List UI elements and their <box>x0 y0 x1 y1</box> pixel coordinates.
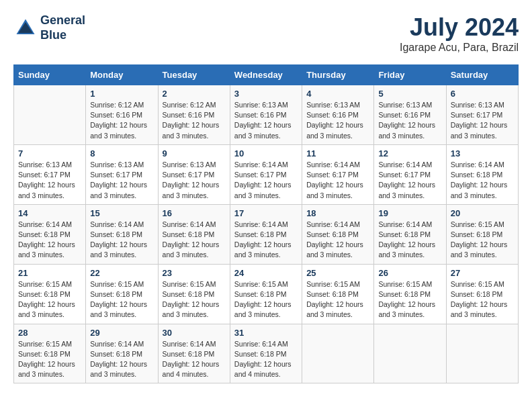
day-info: Sunrise: 6:14 AMSunset: 6:18 PMDaylight:… <box>90 339 153 380</box>
day-number: 13 <box>451 148 514 158</box>
day-number: 28 <box>18 328 81 338</box>
calendar-cell: 12Sunrise: 6:14 AMSunset: 6:17 PMDayligh… <box>374 144 446 204</box>
calendar-cell: 17Sunrise: 6:14 AMSunset: 6:18 PMDayligh… <box>230 204 302 264</box>
day-info: Sunrise: 6:14 AMSunset: 6:18 PMDaylight:… <box>18 220 81 261</box>
day-info: Sunrise: 6:13 AMSunset: 6:16 PMDaylight:… <box>234 100 298 141</box>
weekday-header-wednesday: Wednesday <box>230 65 302 85</box>
calendar-cell: 3Sunrise: 6:13 AMSunset: 6:16 PMDaylight… <box>230 85 302 145</box>
day-info: Sunrise: 6:14 AMSunset: 6:18 PMDaylight:… <box>90 220 153 261</box>
calendar-cell: 23Sunrise: 6:15 AMSunset: 6:18 PMDayligh… <box>158 264 230 324</box>
day-info: Sunrise: 6:15 AMSunset: 6:18 PMDaylight:… <box>163 279 226 320</box>
day-number: 22 <box>90 268 153 278</box>
day-number: 24 <box>234 268 298 278</box>
month-title: July 2024 <box>400 13 519 42</box>
calendar-cell: 15Sunrise: 6:14 AMSunset: 6:18 PMDayligh… <box>86 204 158 264</box>
logo-line1: General <box>40 13 85 28</box>
day-number: 21 <box>18 268 81 278</box>
logo-line2: Blue <box>40 28 85 43</box>
day-number: 18 <box>306 208 369 218</box>
day-info: Sunrise: 6:14 AMSunset: 6:18 PMDaylight:… <box>163 339 226 380</box>
day-info: Sunrise: 6:15 AMSunset: 6:18 PMDaylight:… <box>18 339 81 380</box>
weekday-header-sunday: Sunday <box>14 65 86 85</box>
title-block: July 2024 Igarape Acu, Para, Brazil <box>400 13 519 54</box>
calendar-cell: 7Sunrise: 6:13 AMSunset: 6:17 PMDaylight… <box>14 144 86 204</box>
calendar-cell: 28Sunrise: 6:15 AMSunset: 6:18 PMDayligh… <box>14 324 86 383</box>
day-info: Sunrise: 6:14 AMSunset: 6:18 PMDaylight:… <box>451 160 514 201</box>
day-info: Sunrise: 6:14 AMSunset: 6:18 PMDaylight:… <box>163 220 226 261</box>
weekday-header-monday: Monday <box>86 65 158 85</box>
day-number: 29 <box>90 328 153 338</box>
day-number: 3 <box>234 89 298 99</box>
calendar-cell: 26Sunrise: 6:15 AMSunset: 6:18 PMDayligh… <box>374 264 446 324</box>
calendar-cell: 20Sunrise: 6:15 AMSunset: 6:18 PMDayligh… <box>446 204 518 264</box>
calendar-cell <box>446 324 518 383</box>
day-number: 23 <box>163 268 226 278</box>
calendar-cell: 27Sunrise: 6:15 AMSunset: 6:18 PMDayligh… <box>446 264 518 324</box>
day-info: Sunrise: 6:14 AMSunset: 6:18 PMDaylight:… <box>234 220 298 261</box>
day-number: 14 <box>18 208 81 218</box>
day-number: 17 <box>234 208 298 218</box>
calendar-body: 1Sunrise: 6:12 AMSunset: 6:16 PMDaylight… <box>14 85 519 383</box>
day-info: Sunrise: 6:13 AMSunset: 6:17 PMDaylight:… <box>451 100 514 141</box>
day-info: Sunrise: 6:14 AMSunset: 6:18 PMDaylight:… <box>234 339 298 380</box>
day-info: Sunrise: 6:13 AMSunset: 6:17 PMDaylight:… <box>90 160 153 201</box>
calendar-header: SundayMondayTuesdayWednesdayThursdayFrid… <box>14 65 519 85</box>
calendar-cell: 9Sunrise: 6:13 AMSunset: 6:17 PMDaylight… <box>158 144 230 204</box>
calendar-cell: 25Sunrise: 6:15 AMSunset: 6:18 PMDayligh… <box>302 264 374 324</box>
day-number: 16 <box>163 208 226 218</box>
calendar-cell: 21Sunrise: 6:15 AMSunset: 6:18 PMDayligh… <box>14 264 86 324</box>
day-number: 19 <box>378 208 441 218</box>
calendar-week-row: 7Sunrise: 6:13 AMSunset: 6:17 PMDaylight… <box>14 144 519 204</box>
day-number: 25 <box>306 268 369 278</box>
day-info: Sunrise: 6:15 AMSunset: 6:18 PMDaylight:… <box>451 279 514 320</box>
day-number: 5 <box>378 89 441 99</box>
day-number: 27 <box>451 268 514 278</box>
day-number: 1 <box>90 89 153 99</box>
weekday-header-thursday: Thursday <box>302 65 374 85</box>
day-info: Sunrise: 6:12 AMSunset: 6:16 PMDaylight:… <box>163 100 226 141</box>
day-number: 11 <box>306 148 369 158</box>
calendar-cell: 2Sunrise: 6:12 AMSunset: 6:16 PMDaylight… <box>158 85 230 145</box>
calendar-cell: 8Sunrise: 6:13 AMSunset: 6:17 PMDaylight… <box>86 144 158 204</box>
calendar-week-row: 21Sunrise: 6:15 AMSunset: 6:18 PMDayligh… <box>14 264 519 324</box>
day-number: 26 <box>378 268 441 278</box>
calendar-cell: 18Sunrise: 6:14 AMSunset: 6:18 PMDayligh… <box>302 204 374 264</box>
calendar-cell: 4Sunrise: 6:13 AMSunset: 6:16 PMDaylight… <box>302 85 374 145</box>
weekday-header-saturday: Saturday <box>446 65 518 85</box>
day-info: Sunrise: 6:15 AMSunset: 6:18 PMDaylight:… <box>306 279 369 320</box>
calendar-cell: 14Sunrise: 6:14 AMSunset: 6:18 PMDayligh… <box>14 204 86 264</box>
day-number: 30 <box>163 328 226 338</box>
calendar-cell: 29Sunrise: 6:14 AMSunset: 6:18 PMDayligh… <box>86 324 158 383</box>
day-info: Sunrise: 6:13 AMSunset: 6:17 PMDaylight:… <box>18 160 81 201</box>
day-info: Sunrise: 6:15 AMSunset: 6:18 PMDaylight:… <box>451 220 514 261</box>
day-info: Sunrise: 6:14 AMSunset: 6:18 PMDaylight:… <box>378 220 441 261</box>
calendar-cell: 13Sunrise: 6:14 AMSunset: 6:18 PMDayligh… <box>446 144 518 204</box>
day-number: 9 <box>163 148 226 158</box>
day-number: 20 <box>451 208 514 218</box>
calendar-cell: 24Sunrise: 6:15 AMSunset: 6:18 PMDayligh… <box>230 264 302 324</box>
day-info: Sunrise: 6:13 AMSunset: 6:17 PMDaylight:… <box>163 160 226 201</box>
calendar-cell <box>14 85 86 145</box>
day-number: 12 <box>378 148 441 158</box>
day-info: Sunrise: 6:14 AMSunset: 6:17 PMDaylight:… <box>306 160 369 201</box>
calendar-cell: 19Sunrise: 6:14 AMSunset: 6:18 PMDayligh… <box>374 204 446 264</box>
logo-icon <box>13 16 38 40</box>
calendar-cell: 16Sunrise: 6:14 AMSunset: 6:18 PMDayligh… <box>158 204 230 264</box>
day-info: Sunrise: 6:15 AMSunset: 6:18 PMDaylight:… <box>18 279 81 320</box>
calendar-cell: 5Sunrise: 6:13 AMSunset: 6:16 PMDaylight… <box>374 85 446 145</box>
day-info: Sunrise: 6:12 AMSunset: 6:16 PMDaylight:… <box>90 100 153 141</box>
weekday-header-tuesday: Tuesday <box>158 65 230 85</box>
calendar-week-row: 28Sunrise: 6:15 AMSunset: 6:18 PMDayligh… <box>14 324 519 383</box>
weekday-header-friday: Friday <box>374 65 446 85</box>
calendar-cell: 6Sunrise: 6:13 AMSunset: 6:17 PMDaylight… <box>446 85 518 145</box>
day-number: 2 <box>163 89 226 99</box>
day-number: 4 <box>306 89 369 99</box>
day-info: Sunrise: 6:13 AMSunset: 6:16 PMDaylight:… <box>306 100 369 141</box>
calendar-week-row: 14Sunrise: 6:14 AMSunset: 6:18 PMDayligh… <box>14 204 519 264</box>
calendar-cell <box>302 324 374 383</box>
day-info: Sunrise: 6:13 AMSunset: 6:16 PMDaylight:… <box>378 100 441 141</box>
calendar-cell: 10Sunrise: 6:14 AMSunset: 6:17 PMDayligh… <box>230 144 302 204</box>
logo-text: General Blue <box>40 13 85 42</box>
calendar-table: SundayMondayTuesdayWednesdayThursdayFrid… <box>13 64 519 383</box>
calendar-cell: 30Sunrise: 6:14 AMSunset: 6:18 PMDayligh… <box>158 324 230 383</box>
